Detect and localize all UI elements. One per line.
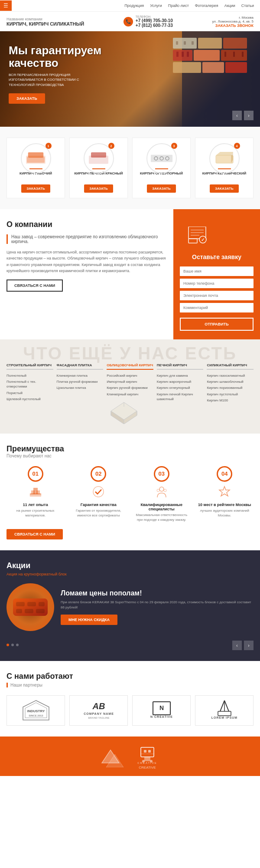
svg-rect-43 — [36, 609, 45, 613]
catalog-item[interactable]: Полнотелый — [6, 373, 53, 378]
svg-rect-62 — [144, 750, 146, 753]
adv-desc-3: Максимальная ответственность при подходе… — [133, 513, 191, 522]
brick-icon-2 — [89, 152, 108, 164]
svg-line-55 — [224, 700, 229, 711]
partner-logo-4: LOREM IPSUM — [195, 695, 254, 726]
svg-point-32 — [159, 487, 164, 491]
catalog-col-5: СИЛИКАТНЫЙ КИРПИЧ Кирпич газосиликатный … — [207, 363, 254, 425]
company-subtitle: КИРПИЧ, КИРПИЧ СИЛИКАТНЫЙ — [6, 21, 84, 26]
catalog-item[interactable]: Кирпич пустотелый — [207, 392, 254, 397]
specialists-icon — [155, 485, 168, 498]
menu-button[interactable]: ☰ — [0, 0, 12, 11]
catalog-bg-text: ЧТО ЕЩЁ У НАС ЕСТЬ — [0, 344, 260, 363]
catalog-item[interactable]: Кирпич газосиликатный — [207, 373, 254, 378]
footer-label: CREATIVE — [132, 766, 162, 769]
promo-next-button[interactable]: › — [244, 641, 254, 650]
hero-prev-button[interactable]: ‹ — [232, 111, 242, 120]
svg-rect-4 — [91, 152, 106, 158]
phone-numbers: ТЕЛЕФОН: +7 (499) 705-30-10 +7 (812) 600… — [136, 15, 173, 28]
product-order-btn-2[interactable]: ЗАКАЗАТЬ — [84, 184, 113, 193]
product-order-btn-4[interactable]: ЗАКАЗАТЬ — [210, 184, 238, 193]
form-email-input[interactable] — [180, 291, 254, 300]
svg-rect-57 — [218, 711, 231, 716]
product-num-4: 4 — [234, 143, 240, 149]
form-icon: ✓ — [180, 218, 260, 253]
advantages-contact-button[interactable]: СВЯЗАТЬСЯ С НАМИ — [6, 529, 63, 539]
catalog-item[interactable]: Цокольная плитка — [57, 385, 104, 390]
adv-icon-1 — [6, 485, 65, 500]
catalog-col-title-4: ПЕЧНОЙ КИРПИЧ — [157, 363, 204, 370]
promo-section: Акции Акция на крупноформатный блок — [0, 550, 260, 661]
catalog-box-icon — [107, 400, 141, 424]
about-title: О компании — [6, 220, 167, 229]
about-contact-button[interactable]: СВЯЗАТЬСЯ С НАМИ — [6, 279, 63, 292]
product-order-btn-3[interactable]: ЗАКАЗАТЬ — [147, 184, 176, 193]
form-submit-button[interactable]: ОТПРАВИТЬ — [180, 318, 254, 331]
nav-item-pricelist[interactable]: Прайс-лист — [166, 0, 191, 11]
product-icon-2: 2 — [84, 143, 114, 165]
adv-card-1: 01 11 лет опыта на рынке строительных ма… — [6, 466, 65, 522]
product-circle-3: 3 — [146, 143, 177, 174]
form-name-input[interactable] — [180, 266, 254, 276]
catalog-item[interactable]: Клинкерная плитка — [57, 373, 104, 378]
catalog-item[interactable]: Клинкерный кирпич — [107, 392, 153, 397]
form-comment-input[interactable] — [180, 303, 254, 312]
catalog-item[interactable]: Кирпич жаропрочный — [157, 379, 204, 384]
adv-num-4: 04 — [217, 466, 232, 482]
svg-rect-40 — [39, 602, 45, 606]
order-call-link[interactable]: ЗАКАЗАТЬ ЗВОНОК — [212, 23, 254, 28]
catalog-col-title-5: СИЛИКАТНЫЙ КИРПИЧ — [207, 363, 254, 370]
phone1[interactable]: +7 (499) 705-30-10 — [136, 18, 173, 23]
catalog-item[interactable]: Кирпич для камина — [157, 373, 204, 378]
catalog-item[interactable]: Кирпич шлакоблочный — [207, 379, 254, 384]
catalog-item[interactable]: Кирпич ручной формовки — [107, 385, 153, 390]
promo-prev-button[interactable]: ‹ — [232, 641, 242, 650]
header: Название компании КИРПИЧ, КИРПИЧ СИЛИКАТ… — [0, 12, 260, 31]
hero-order-button[interactable]: ЗАКАЗАТЬ — [9, 93, 45, 104]
catalog-item[interactable]: Плитка ручной формовки — [57, 379, 104, 384]
svg-rect-2 — [28, 152, 43, 158]
nav-item-articles[interactable]: Статьи — [240, 0, 256, 11]
nav-item-services[interactable]: Услуги — [148, 0, 164, 11]
catalog-item[interactable]: Щелевой пустотелый — [6, 397, 53, 401]
company-name: Название компании — [6, 17, 84, 21]
product-card-1: 1 КИРПИЧ РАБОЧИЙ ЗАКАЗАТЬ — [6, 138, 65, 198]
phone-block: 📞 ТЕЛЕФОН: +7 (499) 705-30-10 +7 (812) 6… — [124, 15, 173, 28]
hero-next-button[interactable]: › — [244, 111, 254, 120]
phone2[interactable]: +7 (812) 600-77-33 — [136, 23, 173, 28]
catalog-item[interactable]: Кирпич огнеупорный — [157, 385, 204, 390]
form-phone-input[interactable] — [180, 279, 254, 288]
product-order-btn-1[interactable]: ЗАКАЗАТЬ — [21, 184, 50, 193]
catalog-item[interactable]: Российский кирпич — [107, 373, 153, 378]
about-left: О компании Наш завод – современное предп… — [0, 209, 173, 339]
products-grid: 1 КИРПИЧ РАБОЧИЙ ЗАКАЗАТЬ 2 КИРПИЧ ПЕЧНО… — [6, 138, 254, 198]
svg-rect-9 — [216, 155, 233, 163]
catalog-item[interactable]: Кирпич поризованный — [207, 385, 254, 390]
catalog-item[interactable]: Кирпич печной Кирпич шамотный — [157, 392, 204, 401]
footer: CREATIVE CREATIVE — [0, 736, 260, 776]
promo-dots — [6, 644, 19, 646]
catalog-item[interactable]: Полнотелый с тех. отверстиями — [6, 379, 53, 389]
svg-text:N CREATIVE: N CREATIVE — [150, 715, 173, 718]
promo-discount-button[interactable]: МНЕ НУЖНА СКИДКА — [61, 615, 117, 625]
nav-item-promo[interactable]: Акции — [223, 0, 237, 11]
svg-rect-61 — [141, 747, 154, 757]
products-section: 1 КИРПИЧ РАБОЧИЙ ЗАКАЗАТЬ 2 КИРПИЧ ПЕЧНО… — [0, 127, 260, 209]
partners-section: С нами работают Наши партнеры INDUSTRY S… — [0, 661, 260, 736]
promo-description: При оплате блоков KERAKAM 38 SuperThermo… — [61, 600, 254, 610]
promo-navigation: ‹ › — [232, 641, 254, 650]
catalog-item[interactable]: Пористый — [6, 391, 53, 395]
svg-rect-13 — [188, 239, 197, 243]
catalog-item[interactable]: Импортный кирпич — [107, 379, 153, 384]
partners-grid: INDUSTRY SINCE 2013 AB COMPANY NAME BRAN… — [6, 695, 254, 726]
promo-dot-2 — [11, 644, 14, 646]
adv-desc-2: Гарантия от производителя, имеются все с… — [70, 508, 128, 518]
promo-content: Ломаем цены пополам! При оплате блоков K… — [6, 583, 254, 631]
partners-subtitle: Наши партнеры — [6, 683, 254, 687]
catalog-item[interactable]: Кирпич М100 — [207, 398, 254, 403]
nav-item-products[interactable]: Продукция — [123, 0, 146, 11]
adv-title-3: Квалифицированные специалисты — [133, 503, 191, 511]
industry-logo: INDUSTRY SINCE 2013 — [21, 698, 51, 722]
svg-text:✓: ✓ — [201, 237, 205, 242]
nav-item-gallery[interactable]: Фотогалерея — [193, 0, 220, 11]
